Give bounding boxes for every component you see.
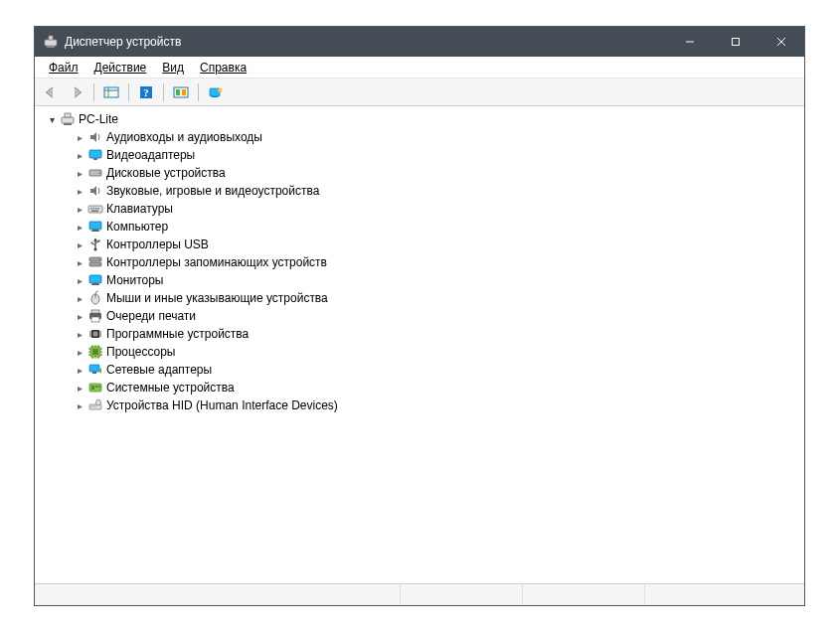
tree-item[interactable]: Мониторы bbox=[73, 271, 804, 289]
mouse-icon bbox=[87, 290, 103, 306]
svg-rect-21 bbox=[89, 150, 101, 158]
svg-rect-1 bbox=[49, 36, 53, 40]
toolbar-separator bbox=[163, 83, 164, 101]
svg-rect-0 bbox=[45, 40, 57, 46]
computer-icon bbox=[60, 111, 76, 127]
caret-icon[interactable] bbox=[73, 345, 86, 359]
tree-item[interactable]: Мыши и иные указывающие устройства bbox=[73, 289, 804, 307]
properties-button[interactable] bbox=[204, 81, 228, 103]
tree-item[interactable]: Контроллеры запоминающих устройств bbox=[73, 253, 804, 271]
menu-file[interactable]: Файл bbox=[41, 59, 86, 77]
toolbar-separator bbox=[93, 83, 94, 101]
chip-icon bbox=[87, 326, 103, 342]
tree-item[interactable]: Клавиатуры bbox=[73, 200, 804, 218]
tree-item-label: Клавиатуры bbox=[106, 202, 173, 216]
tree-item-label: Системные устройства bbox=[106, 381, 235, 395]
caret-icon[interactable] bbox=[73, 273, 86, 287]
caret-icon[interactable] bbox=[73, 309, 86, 323]
tree-item[interactable]: Дисковые устройства bbox=[73, 164, 804, 182]
cpu-icon bbox=[87, 344, 103, 360]
svg-rect-2 bbox=[47, 46, 55, 48]
toolbar-separator bbox=[128, 83, 129, 101]
caret-icon[interactable] bbox=[73, 327, 86, 341]
caret-icon[interactable] bbox=[73, 166, 86, 180]
svg-rect-74 bbox=[89, 365, 99, 372]
monitor-icon bbox=[87, 219, 103, 235]
caret-icon[interactable] bbox=[73, 148, 86, 162]
caret-icon[interactable] bbox=[73, 255, 86, 269]
menu-view[interactable]: Вид bbox=[154, 59, 192, 77]
svg-rect-37 bbox=[98, 240, 100, 242]
maximize-button[interactable] bbox=[713, 27, 758, 57]
svg-rect-51 bbox=[91, 317, 99, 322]
svg-rect-27 bbox=[93, 208, 95, 210]
tree-item-label: Устройства HID (Human Interface Devices) bbox=[106, 398, 338, 412]
svg-point-43 bbox=[98, 263, 100, 265]
svg-rect-53 bbox=[93, 332, 97, 336]
tree-item-label: Компьютер bbox=[106, 220, 168, 234]
printer-icon bbox=[87, 308, 103, 324]
tree-item-label: Контроллеры USB bbox=[106, 237, 209, 251]
tree-item[interactable]: Компьютер bbox=[73, 218, 804, 236]
svg-rect-7 bbox=[104, 87, 118, 97]
svg-rect-31 bbox=[89, 222, 101, 230]
tree-item[interactable]: Видеоадаптеры bbox=[73, 146, 804, 164]
menu-help[interactable]: Справка bbox=[192, 59, 254, 77]
svg-rect-26 bbox=[90, 208, 92, 210]
minimize-button[interactable] bbox=[667, 27, 713, 57]
svg-rect-82 bbox=[91, 406, 92, 407]
tree-item[interactable]: Контроллеры USB bbox=[73, 236, 804, 253]
menu-action[interactable]: Действие bbox=[86, 59, 155, 77]
tree-item[interactable]: Процессоры bbox=[73, 343, 804, 361]
tree-item-label: Программные устройства bbox=[106, 327, 249, 341]
keyboard-icon bbox=[87, 201, 103, 217]
svg-rect-33 bbox=[91, 231, 99, 232]
back-button[interactable] bbox=[39, 81, 63, 103]
tree-item-label: Сетевые адаптеры bbox=[106, 363, 212, 377]
forward-button[interactable] bbox=[65, 81, 88, 103]
tree-root-node[interactable]: PC-Lite bbox=[45, 110, 804, 128]
tree-content[interactable]: PC-Lite Аудиовходы и аудиовыходыВидеоада… bbox=[35, 106, 804, 583]
caret-icon[interactable] bbox=[45, 112, 59, 126]
tree-item[interactable]: Устройства HID (Human Interface Devices) bbox=[73, 396, 804, 414]
svg-point-39 bbox=[91, 242, 93, 244]
caret-icon[interactable] bbox=[73, 130, 86, 144]
svg-rect-75 bbox=[92, 372, 96, 374]
caret-icon[interactable] bbox=[73, 184, 86, 198]
caret-icon[interactable] bbox=[73, 398, 86, 412]
disk-icon bbox=[87, 165, 103, 181]
svg-point-42 bbox=[98, 258, 100, 260]
tree-item[interactable]: Сетевые адаптеры bbox=[73, 361, 804, 379]
tree-item[interactable]: Программные устройства bbox=[73, 325, 804, 343]
caret-icon[interactable] bbox=[73, 202, 86, 216]
caret-icon[interactable] bbox=[73, 220, 86, 234]
network-icon bbox=[87, 362, 103, 378]
tree-item-label: Звуковые, игровые и видеоустройства bbox=[106, 184, 319, 198]
svg-rect-16 bbox=[212, 96, 218, 97]
svg-point-81 bbox=[96, 399, 101, 405]
close-button[interactable] bbox=[758, 27, 804, 57]
tree-item-label: Аудиовходы и аудиовыходы bbox=[106, 130, 262, 144]
storage-icon bbox=[87, 254, 103, 270]
svg-rect-4 bbox=[733, 39, 740, 46]
tree-item[interactable]: Аудиовходы и аудиовыходы bbox=[73, 128, 804, 146]
tree-item-label: Контроллеры запоминающих устройств bbox=[106, 255, 327, 269]
scan-hardware-button[interactable] bbox=[169, 81, 193, 103]
svg-rect-78 bbox=[95, 386, 97, 388]
hid-icon bbox=[87, 397, 103, 413]
caret-icon[interactable] bbox=[73, 363, 86, 377]
tree-item[interactable]: Очереди печати bbox=[73, 307, 804, 325]
caret-icon[interactable] bbox=[73, 381, 86, 395]
show-hide-console-button[interactable] bbox=[99, 81, 123, 103]
help-button[interactable]: ? bbox=[134, 81, 158, 103]
tree-item[interactable]: Звуковые, игровые и видеоустройства bbox=[73, 182, 804, 200]
svg-point-17 bbox=[218, 88, 222, 92]
speaker-icon bbox=[87, 129, 103, 145]
tree-item-label: Мониторы bbox=[106, 273, 163, 287]
device-manager-window: Диспетчер устройств Файл Действие Вид Сп… bbox=[34, 26, 805, 606]
svg-rect-46 bbox=[91, 284, 99, 285]
svg-rect-30 bbox=[91, 211, 98, 213]
caret-icon[interactable] bbox=[73, 237, 86, 251]
tree-item[interactable]: Системные устройства bbox=[73, 379, 804, 396]
caret-icon[interactable] bbox=[73, 291, 86, 305]
